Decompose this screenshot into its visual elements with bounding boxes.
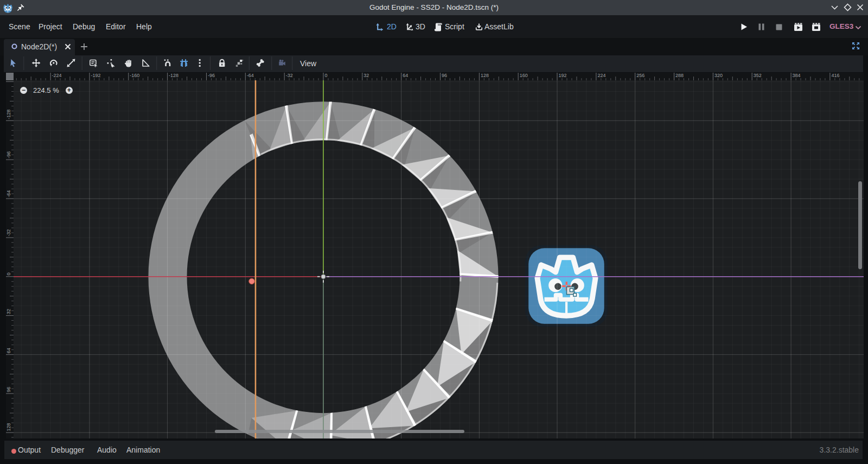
svg-text:-64: -64 (247, 73, 254, 78)
svg-text:0: 0 (325, 73, 328, 78)
svg-text:96: 96 (442, 73, 447, 78)
svg-text:-32: -32 (6, 229, 11, 236)
svg-text:96: 96 (6, 387, 11, 392)
svg-text:-64: -64 (6, 190, 11, 197)
svg-text:224: 224 (597, 73, 605, 78)
svg-text:-160: -160 (130, 73, 139, 78)
svg-text:-128: -128 (169, 73, 178, 78)
svg-text:-192: -192 (91, 73, 101, 78)
svg-text:-96: -96 (6, 151, 11, 158)
svg-text:192: 192 (559, 73, 567, 78)
svg-text:352: 352 (754, 73, 762, 78)
svg-text:-32: -32 (286, 73, 293, 78)
svg-text:128: 128 (6, 423, 11, 431)
svg-text:-128: -128 (6, 110, 11, 119)
svg-text:32: 32 (6, 309, 11, 314)
svg-text:256: 256 (636, 73, 644, 78)
svg-text:-96: -96 (208, 73, 215, 78)
svg-text:416: 416 (831, 73, 839, 78)
svg-text:288: 288 (675, 73, 684, 78)
svg-text:128: 128 (481, 73, 489, 78)
svg-text:-224: -224 (52, 73, 62, 78)
svg-text:64: 64 (6, 348, 11, 353)
svg-text:320: 320 (714, 73, 723, 78)
svg-text:64: 64 (403, 73, 408, 78)
svg-text:160: 160 (520, 73, 528, 78)
svg-text:32: 32 (363, 73, 369, 78)
svg-text:0: 0 (6, 272, 11, 275)
svg-text:384: 384 (793, 73, 801, 78)
